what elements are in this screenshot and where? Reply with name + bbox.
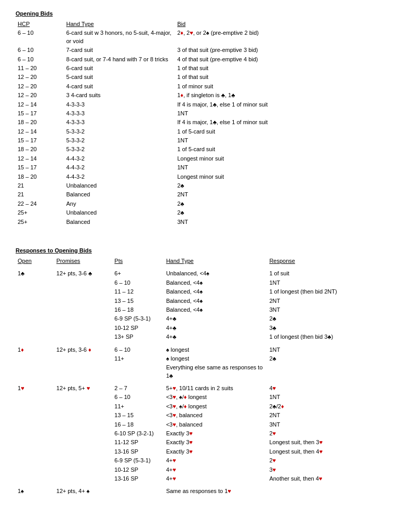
bid-header: Bid [175, 20, 383, 29]
opening-bid-row: 11 – 206-card suit1 of that suit [16, 64, 383, 73]
open-cell: 1♠ [16, 483, 55, 496]
response-row: 16 – 18<3♥, balanced3NT [16, 420, 383, 429]
open-cell [16, 332, 55, 341]
open-cell [16, 314, 55, 323]
pts-cell: 11+ [112, 402, 164, 411]
opening-bid-row: 12 – 204-card suit1 of minor suit [16, 82, 383, 91]
pts-cell [112, 483, 164, 496]
opening-bid-row: 15 – 174-4-3-21NT [16, 163, 383, 172]
hand-type-cell: 4-3-3-3 [64, 109, 176, 118]
hand-type-cell: 3 4-card suits [64, 91, 176, 100]
handtype-cell: Exactly 3♥ [164, 429, 268, 438]
response-row: 11 – 12Balanced, <4♠1 of longest (then b… [16, 287, 383, 296]
response-cell: 2♥ [267, 456, 383, 465]
hcp-cell: 15 – 17 [16, 163, 64, 172]
response-cell: 2NT [267, 411, 383, 420]
bid-cell: 2NT [175, 190, 383, 199]
hcp-cell: 11 – 20 [16, 64, 64, 73]
pts-cell: 13 – 15 [112, 411, 164, 420]
open-cell [16, 393, 55, 402]
hand-type-cell: 4-4-3-2 [64, 163, 176, 172]
response-cell: 2♣ [267, 314, 383, 323]
bid-cell: 1 of 5-card suit [175, 127, 383, 136]
response-cell: 2♣/2♦ [267, 402, 383, 411]
hcp-cell: 15 – 17 [16, 109, 64, 118]
open-cell [16, 363, 55, 380]
pts-cell: 10-12 SP [112, 466, 164, 474]
hcp-cell: 6 – 10 [16, 55, 64, 64]
hcp-header: HCP [16, 20, 64, 29]
response-row: 1♠12+ pts, 4+ ♠Same as responses to 1♥ [16, 483, 383, 496]
response-row: 1♥12+ pts, 5+ ♥2 – 75+♥, 10/11 cards in … [16, 380, 383, 393]
response-row: 6 – 10<3♥, ♠/♦ longest1NT [16, 393, 383, 402]
hcp-cell: 12 – 20 [16, 73, 64, 82]
response-row: 10-12 SP4+♣3♣ [16, 324, 383, 332]
promises-cell [55, 354, 113, 363]
hand-type-cell: Unbalanced [64, 208, 176, 217]
pts-cell: 2 – 7 [112, 380, 164, 393]
handtype-cell: <3♥, ♠/♦ longest [164, 393, 268, 402]
response-row: 6 – 10Balanced, <4♠1NT [16, 278, 383, 287]
hcp-cell: 6 – 10 [16, 29, 64, 46]
pts-cell: 6-9 SP (5-3-1) [112, 314, 164, 323]
promises-cell [55, 411, 113, 420]
bid-cell: 1NT [175, 136, 383, 145]
hcp-cell: 21 [16, 181, 64, 190]
open-header: Open [16, 257, 55, 265]
open-cell [16, 354, 55, 363]
response-row: 10-12 SP4+♥3♥ [16, 466, 383, 474]
handtype-cell: Balanced, <4♠ [164, 297, 268, 305]
opening-bid-row: 18 – 204-4-3-2Longest minor suit [16, 172, 383, 181]
response-header: Response [267, 257, 383, 265]
handtype-cell: 4+♣ [164, 332, 268, 341]
handtype-cell: Balanced, <4♠ [164, 287, 268, 296]
response-cell [267, 483, 383, 496]
handtype-header: Hand Type [164, 257, 268, 265]
promises-cell [55, 324, 113, 332]
promises-cell [55, 402, 113, 411]
opening-bid-row: 12 – 203 4-card suits1♦, if singleton is… [16, 91, 383, 100]
pts-header: Pts [112, 257, 164, 265]
bid-cell: 2♣ [175, 181, 383, 190]
bid-cell: 2♣ [175, 200, 383, 208]
opening-bid-row: 6 – 107-card suit3 of that suit (pre-emp… [16, 46, 383, 55]
promises-cell [55, 456, 113, 465]
response-cell: 2♣ [267, 354, 383, 363]
bid-cell: 1 of that suit [175, 73, 383, 82]
response-cell: Longest suit, then 3♥ [267, 438, 383, 447]
hcp-cell: 25+ [16, 208, 64, 217]
opening-bids-section: Opening Bids HCP Hand Type Bid 6 – 106-c… [16, 10, 383, 227]
promises-cell [55, 287, 113, 296]
response-row: 11+♠ longest2♣ [16, 354, 383, 363]
response-row: Everything else same as responses to 1♣ [16, 363, 383, 380]
hand-type-cell: 4-4-3-2 [64, 172, 176, 181]
pts-cell: 11+ [112, 354, 164, 363]
hand-type-cell: Balanced [64, 190, 176, 199]
open-cell [16, 278, 55, 287]
response-row: 1♦12+ pts, 3-6 ♦6 – 10♠ longest1NT [16, 342, 383, 354]
promises-cell [55, 466, 113, 474]
hcp-cell: 12 – 20 [16, 91, 64, 100]
hcp-cell: 12 – 20 [16, 82, 64, 91]
response-cell: 2♥ [267, 429, 383, 438]
pts-cell [112, 363, 164, 380]
responses-title: Responses to Opening Bids [16, 247, 383, 254]
response-cell: 1 of longest (then bid 3♣) [267, 332, 383, 341]
opening-bid-row: 12 – 145-3-3-21 of 5-card suit [16, 127, 383, 136]
open-cell [16, 474, 55, 483]
bid-cell: 3NT [175, 218, 383, 227]
bid-cell: If 4 is major, 1♣, else 1 of minor suit [175, 100, 383, 109]
bid-cell: 1NT [175, 109, 383, 118]
hand-type-cell: 5-card suit [64, 73, 176, 82]
open-cell [16, 402, 55, 411]
hcp-cell: 12 – 14 [16, 100, 64, 109]
opening-bids-title: Opening Bids [16, 10, 383, 17]
opening-bid-row: 6 – 106-card suit w 3 honors, no 5-suit,… [16, 29, 383, 46]
response-cell: Another suit, then 4♥ [267, 474, 383, 483]
response-cell: 3NT [267, 420, 383, 429]
response-row: 11+<3♥, ♠/♦ longest2♣/2♦ [16, 402, 383, 411]
response-row: 13-16 SP4+♥Another suit, then 4♥ [16, 474, 383, 483]
hand-type-cell: Any [64, 200, 176, 208]
handtype-cell: Everything else same as responses to 1♣ [164, 363, 268, 380]
open-cell [16, 287, 55, 296]
